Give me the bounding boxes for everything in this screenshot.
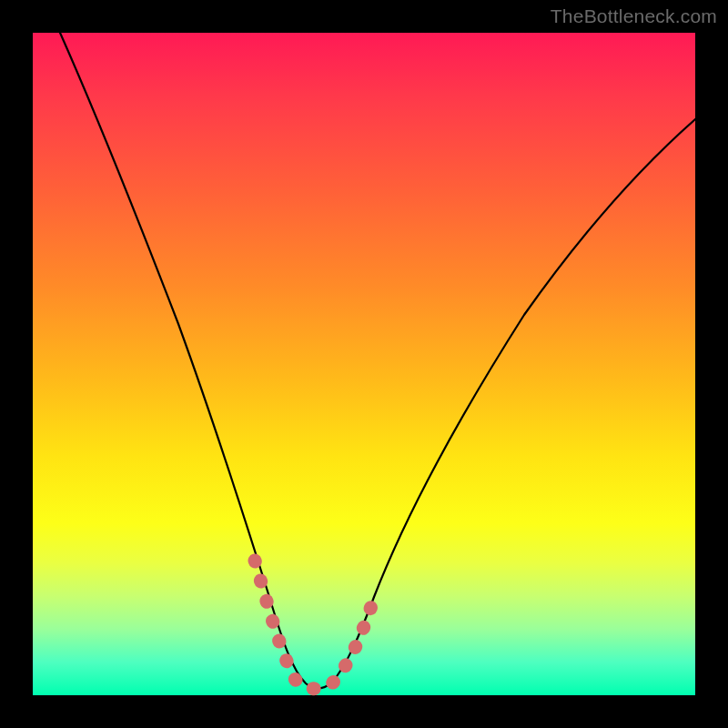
highlight-band: [255, 561, 371, 689]
watermark-text: TheBottleneck.com: [551, 5, 717, 27]
plot-area: [33, 33, 695, 695]
main-curve: [60, 33, 695, 688]
chart-svg: [33, 33, 695, 695]
